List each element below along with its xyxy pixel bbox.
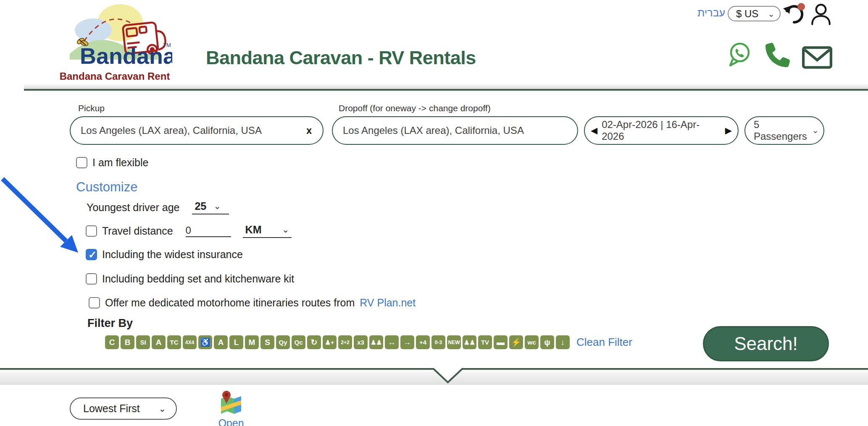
open-map-link[interactable]: Open Map [208, 417, 254, 426]
logo-brand-text: Bandana [80, 43, 172, 68]
filter-badges: CBSIATC4X4♿ALMSQyQc↻♟+2+2x3♟♟↔→+40-3NEW♟… [105, 335, 570, 349]
date-range-field[interactable]: ◀ 02-Apr-2026 | 16-Apr-2026 ▶ [584, 116, 739, 145]
travel-distance-checkbox[interactable] [86, 225, 97, 237]
travel-distance-row: Travel distance KM ⌄ [86, 224, 292, 238]
filter-quality-y[interactable]: Qy [276, 335, 290, 349]
filter-wc[interactable]: wc [525, 335, 539, 349]
next-dates-icon[interactable]: ▶ [725, 125, 732, 136]
filter-family[interactable]: ♟♟ [463, 335, 476, 349]
travel-distance-input[interactable] [186, 225, 231, 237]
envelope-icon [802, 45, 833, 70]
filter-class-c[interactable]: C [105, 335, 119, 349]
filter-extra-driver[interactable]: ♟+ [323, 335, 337, 349]
itineraries-checkbox[interactable] [89, 297, 100, 308]
filter-semi-integrated[interactable]: SI [136, 335, 150, 349]
clear-pickup-icon[interactable]: x [304, 125, 314, 136]
whatsapp-icon [727, 41, 752, 67]
email-button[interactable] [802, 45, 833, 71]
open-map-control[interactable]: Open Map [208, 389, 254, 426]
filter-vehicle-width[interactable]: ↔ [385, 335, 399, 349]
filter-ages-0-3[interactable]: 0-3 [431, 335, 445, 349]
filter-wheelchair-accessible[interactable]: ♿ [198, 335, 212, 349]
filter-family-plus[interactable]: ♟♟ [369, 335, 383, 349]
filter-4x4[interactable]: 4X4 [183, 335, 197, 349]
flexible-checkbox[interactable] [76, 157, 87, 168]
insurance-row: Including the widest insurance [86, 248, 243, 261]
filter-seats-plus-4[interactable]: +4 [416, 335, 430, 349]
itineraries-row: Offer me dedicated motorhome itineraries… [89, 297, 416, 309]
map-icon [220, 389, 242, 415]
filter-truck-camper[interactable]: TC [167, 335, 181, 349]
filter-quality-c[interactable]: Qc [292, 335, 305, 349]
clean-filter-link[interactable]: Clean Filter [576, 336, 632, 349]
sort-value: Lowest First [83, 402, 140, 415]
filter-seats-2-plus-2[interactable]: 2+2 [338, 335, 352, 349]
pickup-input[interactable] [81, 125, 304, 136]
filter-power[interactable]: ⚡ [509, 335, 523, 349]
currency-select[interactable]: $ US ⌄ [728, 6, 781, 21]
distance-unit-value: KM [245, 224, 262, 236]
filter-size-small[interactable]: S [260, 335, 274, 349]
pickup-label: Pickup [78, 103, 105, 113]
flexible-row: I am flexible [76, 157, 148, 169]
account-button[interactable] [810, 3, 832, 26]
bedding-checkbox[interactable] [86, 273, 97, 285]
annotation-arrow [0, 174, 88, 262]
insurance-checkbox[interactable] [86, 249, 97, 260]
previous-dates-icon[interactable]: ◀ [591, 125, 597, 136]
history-button[interactable] [782, 3, 806, 26]
filter-class-a[interactable]: A [152, 335, 166, 349]
bedding-label: Including bedding set and kitchenware ki… [102, 273, 294, 285]
filter-one-way[interactable]: → [400, 335, 414, 349]
chevron-down-icon: ⌄ [812, 128, 819, 133]
logo-tm: TM [163, 42, 171, 48]
divider-notch [0, 366, 868, 386]
phone-button[interactable] [765, 43, 790, 69]
filter-beds-x3[interactable]: x3 [354, 335, 368, 349]
filter-shower[interactable]: ψ [540, 335, 554, 349]
bedding-row: Including bedding set and kitchenware ki… [86, 273, 294, 285]
filter-class-b[interactable]: B [121, 335, 134, 349]
travel-distance-label: Travel distance [102, 225, 173, 237]
filter-size-medium[interactable]: M [245, 335, 259, 349]
whatsapp-button[interactable] [727, 41, 752, 69]
filter-size-large[interactable]: L [229, 335, 243, 349]
filter-tv[interactable]: TV [478, 335, 492, 349]
passengers-select[interactable]: 5 Passengers ⌄ [744, 116, 824, 145]
rv-plan-link[interactable]: RV Plan.net [360, 297, 416, 309]
chevron-down-icon: ⌄ [768, 12, 775, 16]
language-link-hebrew[interactable]: עברית [697, 7, 725, 19]
page: Bandana TM Bandana Caravan Rent Bandana … [0, 0, 868, 426]
sort-select[interactable]: Lowest First ⌄ [70, 397, 177, 420]
filter-by-label: Filter By [87, 317, 133, 330]
search-button-label: Search! [734, 333, 798, 354]
driver-age-value: 25 [195, 200, 206, 212]
search-button[interactable]: Search! [703, 326, 829, 361]
header-divider-band [24, 84, 868, 91]
page-title: Bandana Caravan - RV Rentals [206, 47, 476, 69]
filter-new-vehicle[interactable]: NEW [447, 335, 461, 349]
filter-automatic[interactable]: A [214, 335, 228, 349]
history-icon [782, 3, 806, 26]
filter-round-trip[interactable]: ↻ [307, 335, 321, 349]
driver-age-select[interactable]: 25 ⌄ [192, 200, 229, 214]
date-range-value[interactable]: 02-Apr-2026 | 16-Apr-2026 [602, 119, 721, 142]
insurance-label: Including the widest insurance [102, 248, 243, 261]
pickup-field[interactable]: x [70, 116, 324, 145]
dropoff-input[interactable] [343, 125, 569, 136]
flexible-label: I am flexible [92, 157, 148, 169]
filter-delivery[interactable]: ↓ [556, 335, 570, 349]
distance-unit-select[interactable]: KM ⌄ [243, 224, 292, 238]
chevron-down-icon: ⌄ [214, 204, 221, 209]
currency-value: $ US [736, 8, 758, 20]
passengers-value: 5 Passengers [754, 119, 807, 142]
phone-icon [765, 43, 790, 67]
filter-bed[interactable]: ▬ [494, 335, 508, 349]
notification-dot [797, 3, 805, 10]
dropoff-field[interactable] [332, 116, 578, 145]
customize-heading[interactable]: Customize [76, 180, 137, 195]
logo-caption: Bandana Caravan Rent [57, 71, 172, 82]
filter-icons-row: CBSIATC4X4♿ALMSQyQc↻♟+2+2x3♟♟↔→+40-3NEW♟… [105, 335, 632, 349]
itineraries-label: Offer me dedicated motorhome itineraries… [105, 297, 355, 309]
brand-logo[interactable]: Bandana TM [57, 1, 172, 70]
